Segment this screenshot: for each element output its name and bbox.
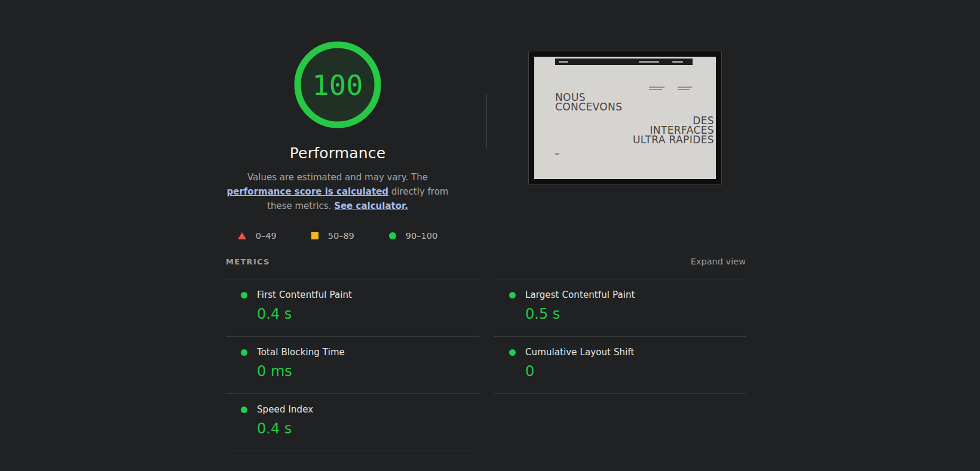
- lighthouse-performance-report: 100 Performance Values are estimated and…: [0, 0, 980, 471]
- average-square-icon: [311, 232, 318, 239]
- pass-dot-icon: [509, 349, 516, 356]
- page-screenshot-thumbnail[interactable]: NOUS CONCEVONS DES INTERFACES ULTRA RAPI…: [528, 51, 722, 185]
- fail-triangle-icon: [238, 232, 246, 239]
- metric-speed-index: Speed Index 0.4 s: [226, 393, 479, 451]
- metric-name: First Contentful Paint: [257, 290, 352, 300]
- description-text-pre: Values are estimated and may vary. The: [247, 172, 428, 183]
- metrics-column-left: First Contentful Paint 0.4 s Total Block…: [226, 279, 479, 451]
- summary-divider: [486, 94, 487, 148]
- score-scale-legend: 0–49 50–89 90–100: [215, 231, 460, 241]
- pass-dot-icon: [241, 407, 247, 413]
- metric-value: 0 ms: [257, 363, 479, 380]
- screenshot-nav-item: [672, 61, 683, 63]
- metrics-grid: First Contentful Paint 0.4 s Total Block…: [226, 279, 746, 451]
- metric-largest-contentful-paint: Largest Contentful Paint 0.5 s: [494, 279, 746, 336]
- metric-name: Speed Index: [257, 404, 313, 415]
- screenshot-logo: [559, 61, 568, 63]
- metric-value: 0.5 s: [525, 306, 746, 322]
- metric-value: 0.4 s: [257, 420, 479, 437]
- screenshot-navbar: [555, 59, 693, 65]
- score-calculated-link[interactable]: performance score is calculated: [227, 186, 389, 197]
- metrics-section: METRICS Expand view First Contentful Pai…: [226, 257, 746, 451]
- screenshot-smalltext-block: [649, 87, 664, 90]
- performance-title: Performance: [215, 144, 460, 162]
- metric-total-blocking-time: Total Blocking Time 0 ms: [226, 336, 479, 393]
- metrics-section-label: METRICS: [226, 257, 270, 266]
- performance-gauge[interactable]: 100: [293, 41, 382, 129]
- screenshot-headline-left: NOUS CONCEVONS: [555, 93, 622, 112]
- metrics-header: METRICS Expand view: [226, 257, 746, 266]
- legend-range-label: 0–49: [256, 231, 277, 241]
- legend-range-label: 50–89: [328, 231, 354, 241]
- metric-value: 0: [525, 363, 746, 380]
- metric-cumulative-layout-shift: Cumulative Layout Shift 0: [494, 336, 746, 393]
- metric-name: Largest Contentful Paint: [525, 290, 635, 300]
- pass-circle-icon: [389, 232, 396, 239]
- screenshot-headline-right: DES INTERFACES ULTRA RAPIDES: [633, 116, 714, 144]
- expand-view-button[interactable]: Expand view: [691, 257, 746, 266]
- see-calculator-link[interactable]: See calculator.: [334, 201, 408, 211]
- screenshot-content: NOUS CONCEVONS DES INTERFACES ULTRA RAPI…: [534, 57, 716, 179]
- pass-dot-icon: [241, 349, 247, 356]
- legend-item-pass: 90–100: [389, 231, 437, 241]
- metrics-column-right: Largest Contentful Paint 0.5 s Cumulativ…: [494, 279, 746, 394]
- metric-value: 0.4 s: [257, 306, 479, 322]
- performance-summary: 100 Performance Values are estimated and…: [215, 41, 460, 241]
- legend-item-average: 50–89: [311, 231, 354, 241]
- metric-first-contentful-paint: First Contentful Paint 0.4 s: [226, 279, 479, 336]
- performance-score: 100: [293, 41, 382, 129]
- metric-name: Cumulative Layout Shift: [525, 347, 635, 358]
- legend-range-label: 90–100: [406, 231, 437, 241]
- legend-item-fail: 0–49: [238, 231, 277, 241]
- screenshot-smalltext-block: [678, 87, 692, 90]
- score-description: Values are estimated and may vary. The p…: [218, 170, 457, 213]
- metric-name: Total Blocking Time: [257, 347, 345, 358]
- screenshot-nav-item: [639, 61, 659, 63]
- pass-dot-icon: [509, 292, 516, 298]
- screenshot-small-mark: [555, 153, 559, 155]
- pass-dot-icon: [241, 292, 247, 298]
